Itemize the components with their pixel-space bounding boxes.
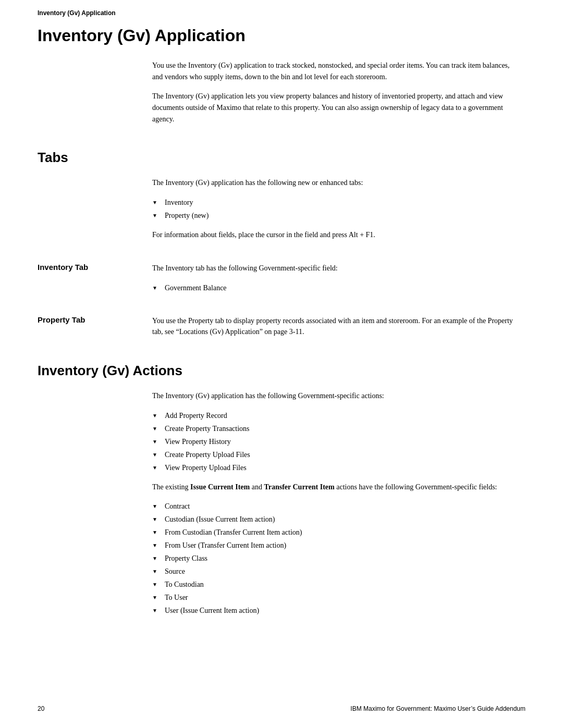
field-item-4: From User (Transfer Current Item action) xyxy=(165,540,286,551)
list-item: ▼ Inventory xyxy=(152,197,515,208)
bullet-icon: ▼ xyxy=(152,553,162,562)
footer-title: IBM Maximo for Government: Maximo User’s… xyxy=(350,705,525,712)
bullet-icon: ▼ xyxy=(152,514,162,523)
existing-actions-note: The existing Issue Current Item and Tran… xyxy=(152,482,515,493)
field-item-1: Contract xyxy=(165,501,190,512)
property-tab-heading: Property Tab xyxy=(38,315,152,324)
bullet-icon: ▼ xyxy=(152,210,162,219)
field-item-7: To Custodian xyxy=(165,579,204,590)
list-item: ▼ To Custodian xyxy=(152,579,515,590)
tabs-intro-section: The Inventory (Gv) application has the f… xyxy=(38,177,525,249)
tabs-intro-text: The Inventory (Gv) application has the f… xyxy=(152,177,515,189)
bullet-icon: ▼ xyxy=(152,282,162,292)
actions-left-col xyxy=(38,390,152,624)
list-item: ▼ From Custodian (Transfer Current Item … xyxy=(152,527,515,538)
actions-intro: The Inventory (Gv) application has the f… xyxy=(152,390,515,402)
action-item-1: Add Property Record xyxy=(165,410,227,421)
action-item-5: View Property Upload Files xyxy=(165,462,247,473)
tabs-left-col xyxy=(38,177,152,249)
tab-item-inventory: Inventory xyxy=(165,197,193,208)
action-item-4: Create Property Upload Files xyxy=(165,449,250,460)
main-content: Inventory (Gv) Application You use the I… xyxy=(0,26,563,656)
field-item-5: Property Class xyxy=(165,553,207,564)
bullet-icon: ▼ xyxy=(152,605,162,614)
list-item: ▼ Create Property Transactions xyxy=(152,423,515,434)
list-item: ▼ Create Property Upload Files xyxy=(152,449,515,460)
intro-para-2: The Inventory (Gv) application lets you … xyxy=(152,91,515,125)
inventory-tab-field-1: Government Balance xyxy=(165,282,227,293)
actions-list: ▼ Add Property Record ▼ Create Property … xyxy=(152,410,515,473)
tabs-list: ▼ Inventory ▼ Property (new) xyxy=(152,197,515,221)
list-item: ▼ Government Balance xyxy=(152,282,515,293)
inventory-tab-fields-list: ▼ Government Balance xyxy=(152,282,515,293)
existing-actions-note-part3: actions have the following Government-sp… xyxy=(335,483,497,491)
bullet-icon: ▼ xyxy=(152,501,162,510)
tab-item-property: Property (new) xyxy=(165,210,209,221)
field-item-2: Custodian (Issue Current Item action) xyxy=(165,514,275,525)
bullet-icon: ▼ xyxy=(152,436,162,446)
bullet-icon: ▼ xyxy=(152,579,162,588)
existing-actions-note-part1: The existing xyxy=(152,483,190,491)
list-item: ▼ View Property History xyxy=(152,436,515,447)
actions-right-col: The Inventory (Gv) application has the f… xyxy=(152,390,525,624)
field-item-9: User (Issue Current Item action) xyxy=(165,605,259,616)
inventory-tab-intro: The Inventory tab has the following Gove… xyxy=(152,263,515,274)
bullet-icon: ▼ xyxy=(152,540,162,549)
field-item-3: From Custodian (Transfer Current Item ac… xyxy=(165,527,302,538)
existing-actions-bold1: Issue Current Item xyxy=(190,483,250,491)
existing-actions-bold2: Transfer Current Item xyxy=(264,483,334,491)
intro-para-1: You use the Inventory (Gv) application t… xyxy=(152,60,515,82)
intro-right-col: You use the Inventory (Gv) application t… xyxy=(152,60,525,133)
tabs-footer-note: For information about fields, place the … xyxy=(152,229,515,241)
bullet-icon: ▼ xyxy=(152,410,162,419)
bullet-icon: ▼ xyxy=(152,592,162,601)
actions-section: The Inventory (Gv) application has the f… xyxy=(38,390,525,624)
property-tab-right: You use the Property tab to display prop… xyxy=(152,302,525,346)
tabs-right-col: The Inventory (Gv) application has the f… xyxy=(152,177,525,249)
action-item-2: Create Property Transactions xyxy=(165,423,250,434)
inventory-tab-right: The Inventory tab has the following Gove… xyxy=(152,249,525,302)
page: Inventory (Gv) Application Inventory (Gv… xyxy=(0,0,563,728)
property-tab-description: You use the Property tab to display prop… xyxy=(152,315,515,338)
page-title: Inventory (Gv) Application xyxy=(38,26,525,45)
inventory-tab-heading: Inventory Tab xyxy=(38,263,152,272)
list-item: ▼ User (Issue Current Item action) xyxy=(152,605,515,616)
list-item: ▼ Add Property Record xyxy=(152,410,515,421)
bullet-icon: ▼ xyxy=(152,423,162,433)
list-item: ▼ Contract xyxy=(152,501,515,512)
bullet-icon: ▼ xyxy=(152,566,162,575)
list-item: ▼ View Property Upload Files xyxy=(152,462,515,473)
inventory-tab-section: Inventory Tab The Inventory tab has the … xyxy=(38,249,525,302)
bullet-icon: ▼ xyxy=(152,462,162,472)
intro-section: You use the Inventory (Gv) application t… xyxy=(38,60,525,133)
list-item: ▼ Source xyxy=(152,566,515,577)
actions-heading: Inventory (Gv) Actions xyxy=(38,363,525,379)
inventory-tab-left: Inventory Tab xyxy=(38,249,152,302)
list-item: ▼ Property (new) xyxy=(152,210,515,221)
field-item-6: Source xyxy=(165,566,185,577)
breadcrumb: Inventory (Gv) Application xyxy=(0,0,563,21)
property-tab-left: Property Tab xyxy=(38,302,152,346)
breadcrumb-text: Inventory (Gv) Application xyxy=(38,9,116,17)
bullet-icon: ▼ xyxy=(152,527,162,536)
bullet-icon: ▼ xyxy=(152,449,162,459)
tabs-heading: Tabs xyxy=(38,150,525,166)
list-item: ▼ From User (Transfer Current Item actio… xyxy=(152,540,515,551)
intro-left-col xyxy=(38,60,152,133)
footer: 20 IBM Maximo for Government: Maximo Use… xyxy=(38,705,525,712)
list-item: ▼ Property Class xyxy=(152,553,515,564)
action-item-3: View Property History xyxy=(165,436,231,447)
existing-actions-note-part2: and xyxy=(250,483,264,491)
footer-page-number: 20 xyxy=(38,705,44,712)
list-item: ▼ Custodian (Issue Current Item action) xyxy=(152,514,515,525)
fields-list: ▼ Contract ▼ Custodian (Issue Current It… xyxy=(152,501,515,616)
field-item-8: To User xyxy=(165,592,188,603)
list-item: ▼ To User xyxy=(152,592,515,603)
bullet-icon: ▼ xyxy=(152,197,162,206)
property-tab-section: Property Tab You use the Property tab to… xyxy=(38,302,525,346)
